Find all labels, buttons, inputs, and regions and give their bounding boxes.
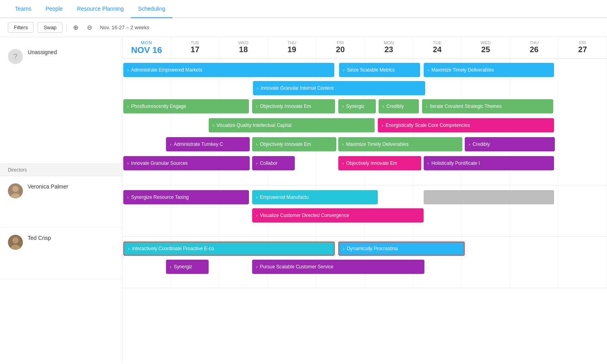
day-header-3: Thu 19 bbox=[268, 37, 317, 58]
tab-scheduling[interactable]: Scheduling bbox=[131, 0, 172, 18]
event-ve4[interactable]: ›Visualize Customer Directed Convergence bbox=[252, 208, 424, 223]
zoom-out-button[interactable]: ⊖ bbox=[85, 22, 94, 33]
ted-avatar bbox=[8, 235, 23, 250]
event-ae13[interactable]: ›Objectively Innovate Em bbox=[252, 137, 336, 151]
filters-button[interactable]: Filters bbox=[8, 22, 34, 33]
event-ve1[interactable]: ›Synergize Resource Taxing bbox=[123, 190, 249, 204]
day-header-9: Fri 27 bbox=[558, 37, 607, 58]
event-ae6[interactable]: ›Objectively Innovate Em bbox=[252, 99, 335, 113]
day-header-8: Thu 26 bbox=[510, 37, 559, 58]
event-ae18[interactable]: ›Objectively Innovate Em bbox=[338, 156, 421, 170]
event-te4[interactable]: ›Pursue Scalable Customer Service bbox=[252, 260, 424, 274]
main-layout: ? Unassigned Directors Veronica Palmer T… bbox=[0, 37, 607, 362]
day-header-5: Mon 23 bbox=[365, 37, 413, 58]
ted-name: Ted Crisp bbox=[28, 235, 51, 241]
event-te3[interactable]: ›Synergiz bbox=[166, 260, 209, 274]
day-header-1: Tue 17 bbox=[171, 37, 220, 58]
day-header-2: Wed 18 bbox=[219, 37, 268, 58]
event-te2[interactable]: ›Dynamically Procrastina bbox=[338, 241, 465, 256]
event-ae2[interactable]: ›Seize Scalable Metrics bbox=[339, 63, 420, 77]
event-ae5[interactable]: ›Phosfluorescently Engage bbox=[123, 99, 249, 113]
day-header-0: MON NOV 16 bbox=[123, 37, 171, 58]
event-te1[interactable]: ›Interactively Coordinate Proactive E-co bbox=[123, 241, 335, 256]
zoom-in-button[interactable]: ⊕ bbox=[71, 22, 81, 33]
tab-teams[interactable]: Teams bbox=[8, 0, 38, 18]
svg-point-1 bbox=[11, 193, 20, 198]
event-ae17[interactable]: ›Collabor bbox=[252, 156, 295, 170]
event-ae4[interactable]: ›Innovate Granular Internal Content bbox=[253, 81, 425, 95]
veronica-avatar bbox=[8, 183, 23, 198]
event-ae1[interactable]: ›Administrate Empowered Markets bbox=[123, 63, 334, 77]
unassigned-avatar: ? bbox=[8, 49, 23, 64]
event-ae3[interactable]: ›Maximize Timely Deliverables bbox=[424, 63, 554, 77]
veronica-row: ›Synergize Resource Taxing ›Empowered Ma… bbox=[123, 185, 607, 237]
event-ae19[interactable]: ›Holistically Pontificate I bbox=[424, 156, 554, 170]
unassigned-person: ? Unassigned bbox=[0, 37, 122, 164]
event-ae14[interactable]: ›Maximize Timely Deliverables bbox=[338, 137, 462, 151]
event-ve3[interactable] bbox=[424, 190, 554, 204]
svg-point-0 bbox=[12, 186, 19, 192]
event-ae9[interactable]: ›Iterate Covalent Strategic Themes bbox=[422, 99, 553, 113]
calendar-body: ›Administrate Empowered Markets ›Seize S… bbox=[123, 59, 607, 288]
svg-point-2 bbox=[12, 237, 19, 243]
veronica-name: Veronica Palmer bbox=[28, 183, 68, 190]
event-ae7[interactable]: ›Synergiz bbox=[338, 99, 376, 113]
day-header-4: Fri 20 bbox=[316, 37, 365, 58]
ted-row: ›Interactively Coordinate Proactive E-co… bbox=[123, 237, 607, 288]
unassigned-label: Unassigned bbox=[28, 49, 57, 55]
toolbar-divider bbox=[66, 24, 67, 32]
unassigned-row: ›Administrate Empowered Markets ›Seize S… bbox=[123, 59, 607, 185]
event-ae10[interactable]: ›Visualize Quality Intellectual Capital bbox=[209, 118, 375, 132]
date-range-label: Nov. 16-27 – 2 weeks bbox=[100, 25, 149, 30]
day-header-7: Wed 25 bbox=[462, 37, 510, 58]
svg-point-3 bbox=[11, 245, 20, 250]
app-container: Teams People Resource Planning Schedulin… bbox=[0, 0, 607, 362]
person-ted: Ted Crisp bbox=[0, 228, 122, 279]
directors-section-label: Directors bbox=[0, 164, 122, 176]
event-ae16[interactable]: ›Innovate Granular Sources bbox=[123, 156, 250, 170]
top-nav: Teams People Resource Planning Schedulin… bbox=[0, 0, 607, 18]
swap-button[interactable]: Swap bbox=[38, 22, 62, 33]
day-header-6: Tue 24 bbox=[413, 37, 462, 58]
event-ve2[interactable]: ›Empowered Manufactu bbox=[252, 190, 378, 204]
event-ae11[interactable]: ›Energistically Scale Core Competencies bbox=[378, 118, 554, 132]
event-ae15[interactable]: ›Credibly bbox=[465, 137, 555, 151]
event-ae8[interactable]: ›Credibly bbox=[379, 99, 419, 113]
person-veronica: Veronica Palmer bbox=[0, 176, 122, 228]
calendar-header: MON NOV 16 Tue 17 Wed 18 Thu 19 Fri 20 bbox=[123, 37, 607, 59]
tab-people[interactable]: People bbox=[38, 0, 70, 18]
tab-resource-planning[interactable]: Resource Planning bbox=[70, 0, 131, 18]
event-ae12[interactable]: ›Administrate Turnkey C bbox=[166, 137, 250, 151]
sidebar: ? Unassigned Directors Veronica Palmer T… bbox=[0, 37, 123, 362]
toolbar: Filters Swap ⊕ ⊖ Nov. 16-27 – 2 weeks bbox=[0, 18, 607, 37]
calendar-area[interactable]: MON NOV 16 Tue 17 Wed 18 Thu 19 Fri 20 bbox=[123, 37, 607, 362]
